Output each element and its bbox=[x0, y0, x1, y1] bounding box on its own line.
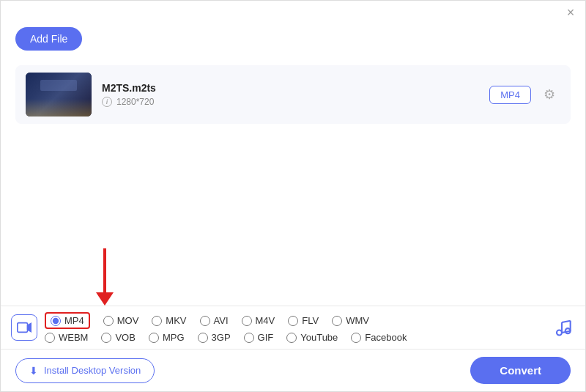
top-area: Add File bbox=[1, 21, 585, 59]
format-option-avi[interactable]: AVI bbox=[200, 315, 229, 326]
format-option-mkv[interactable]: MKV bbox=[152, 315, 186, 326]
format-option-m4v[interactable]: M4V bbox=[242, 315, 275, 326]
format-row-1: MP4 MOV MKV AVI M4V FLV WM bbox=[45, 312, 541, 329]
file-info: M2TS.m2ts i 1280*720 bbox=[102, 82, 479, 107]
format-option-mpg[interactable]: MPG bbox=[149, 332, 185, 343]
format-badge-button[interactable]: MP4 bbox=[489, 86, 531, 104]
title-bar: × bbox=[1, 1, 585, 21]
file-thumbnail bbox=[26, 73, 92, 117]
arrow-shaft bbox=[103, 248, 106, 292]
convert-button[interactable]: Convert bbox=[470, 357, 571, 384]
format-option-vob[interactable]: VOB bbox=[101, 332, 135, 343]
install-desktop-button[interactable]: ⬇ Install Desktop Version bbox=[15, 358, 155, 383]
format-option-wmv[interactable]: WMV bbox=[332, 315, 369, 326]
svg-rect-0 bbox=[18, 323, 28, 333]
svg-marker-1 bbox=[28, 324, 31, 332]
file-meta: i 1280*720 bbox=[102, 97, 479, 107]
file-item: M2TS.m2ts i 1280*720 MP4 ⚙ bbox=[15, 65, 571, 124]
info-icon[interactable]: i bbox=[102, 97, 112, 107]
install-label: Install Desktop Version bbox=[44, 365, 141, 376]
close-icon[interactable]: × bbox=[565, 7, 576, 18]
middle-area bbox=[1, 130, 585, 313]
format-option-facebook[interactable]: Facebook bbox=[351, 332, 407, 343]
video-format-icon[interactable] bbox=[11, 314, 37, 341]
gear-icon[interactable]: ⚙ bbox=[538, 84, 560, 106]
format-option-mp4[interactable]: MP4 bbox=[45, 312, 90, 329]
file-actions: MP4 ⚙ bbox=[489, 84, 560, 106]
format-row-2: WEBM VOB MPG 3GP GIF YouTube bbox=[45, 332, 541, 343]
svg-line-7 bbox=[562, 321, 571, 322]
bottom-bar: MP4 MOV MKV AVI M4V FLV WM bbox=[1, 306, 585, 391]
format-section: MP4 MOV MKV AVI M4V FLV WM bbox=[1, 306, 585, 350]
arrow-indicator bbox=[96, 248, 114, 306]
download-icon: ⬇ bbox=[29, 365, 38, 377]
file-resolution: 1280*720 bbox=[116, 97, 154, 107]
format-option-flv[interactable]: FLV bbox=[288, 315, 319, 326]
format-options: MP4 MOV MKV AVI M4V FLV WM bbox=[45, 312, 541, 343]
add-file-button[interactable]: Add File bbox=[15, 27, 82, 51]
format-option-youtube[interactable]: YouTube bbox=[286, 332, 338, 343]
thumbnail-image bbox=[26, 73, 92, 117]
action-bar: ⬇ Install Desktop Version Convert bbox=[1, 350, 585, 391]
format-option-3gp[interactable]: 3GP bbox=[198, 332, 231, 343]
format-option-gif[interactable]: GIF bbox=[244, 332, 274, 343]
music-format-icon[interactable] bbox=[549, 314, 575, 341]
format-option-mov[interactable]: MOV bbox=[103, 315, 139, 326]
file-name: M2TS.m2ts bbox=[102, 82, 479, 94]
format-option-webm[interactable]: WEBM bbox=[45, 332, 88, 343]
file-list: M2TS.m2ts i 1280*720 MP4 ⚙ bbox=[1, 59, 585, 130]
arrow-head bbox=[96, 292, 114, 306]
